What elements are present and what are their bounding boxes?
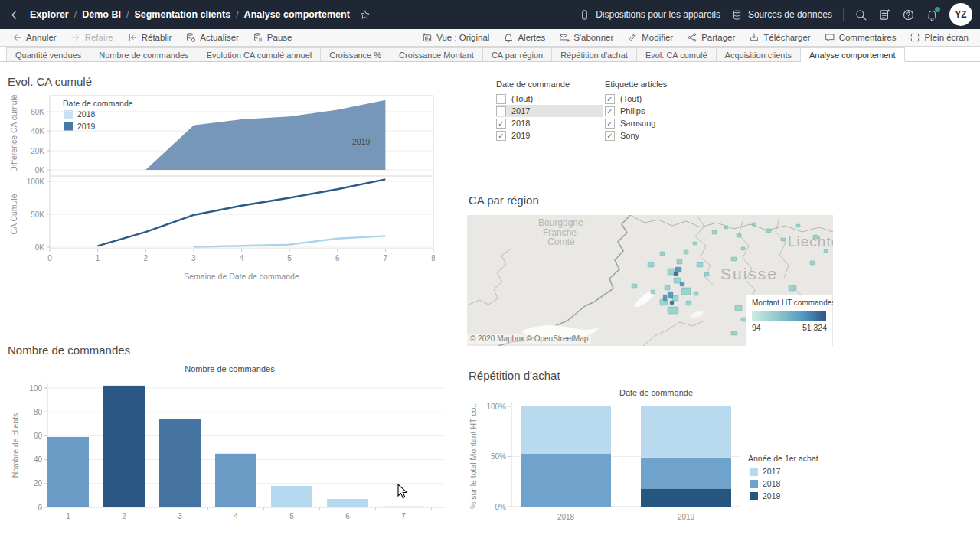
map-region-mark[interactable] [684, 250, 688, 254]
filter-option-sony[interactable]: ✓Sony [605, 129, 712, 142]
map-region-mark[interactable] [694, 292, 698, 295]
map-region-mark[interactable] [668, 292, 673, 298]
stack-2019-cohort-2019[interactable] [641, 488, 731, 507]
map-region-mark[interactable] [670, 301, 674, 305]
bar-commandes-6[interactable] [327, 499, 368, 507]
line-2018-cumul[interactable] [194, 236, 386, 246]
map-region-mark[interactable] [824, 249, 828, 253]
map-region-mark[interactable] [789, 285, 796, 291]
dispositions-pour-les-appareils-button[interactable]: Dispositions pour les appareils [579, 9, 720, 21]
checkbox-unchecked[interactable] [496, 106, 506, 116]
user-avatar[interactable]: YZ [949, 3, 972, 26]
toolbar-r-tablir-button[interactable]: Rétablir [120, 29, 179, 46]
map-region-mark[interactable] [693, 242, 697, 245]
toolbar-actualiser-button[interactable]: Actualiser [178, 29, 246, 46]
map-region-mark[interactable] [681, 288, 691, 295]
filter-option-samsung[interactable]: ✓Samsung [605, 117, 712, 129]
legend-swatch-2019[interactable] [64, 122, 73, 131]
breadcrumb-item-d-mo-bi[interactable]: Démo BI [82, 9, 121, 20]
filter-option-2019[interactable]: ✓2019 [496, 129, 603, 142]
toolbar-vue-original-button[interactable]: Vue : Original [415, 29, 496, 46]
breadcrumb-item-explorer[interactable]: Explorer [30, 9, 69, 20]
checkbox-checked[interactable]: ✓ [605, 106, 615, 116]
help-icon[interactable] [902, 8, 915, 21]
line-2019-cumul[interactable] [98, 179, 386, 246]
legend-label[interactable]: 2018 [763, 479, 781, 488]
toolbar-alertes-button[interactable]: Alertes [496, 29, 552, 46]
tab-r-p-tition-d-achat[interactable]: Répétition d'achat [552, 47, 637, 61]
map-region-mark[interactable] [781, 238, 786, 241]
toolbar-annuler-button[interactable]: Annuler [5, 29, 64, 46]
my-content-icon[interactable] [878, 8, 891, 21]
checkbox-checked[interactable]: ✓ [605, 94, 615, 104]
map-region-mark[interactable] [651, 290, 655, 294]
map-region-mark[interactable] [741, 247, 745, 250]
map-region-mark[interactable] [697, 262, 703, 267]
map-region-mark[interactable] [677, 259, 682, 264]
toolbar-t-l-charger-button[interactable]: Télécharger [742, 29, 817, 46]
map-region-mark[interactable] [674, 272, 678, 276]
map-region-mark[interactable] [704, 272, 709, 276]
bar-commandes-1[interactable] [47, 437, 89, 507]
map-region-mark[interactable] [663, 295, 667, 301]
toolbar-plein-cran-button[interactable]: Plein écran [903, 29, 975, 46]
map-region-mark[interactable] [741, 318, 746, 321]
map-region-mark[interactable] [737, 233, 741, 237]
filter-option-tout[interactable]: ✓(Tout) [605, 93, 712, 105]
toolbar-partager-button[interactable]: Partager [680, 29, 742, 46]
legend-label[interactable]: 2019 [763, 491, 781, 500]
map-region-mark[interactable] [731, 331, 737, 335]
toolbar-modifier-button[interactable]: Modifier [620, 29, 680, 46]
stack-2018-cohort-2017[interactable] [521, 406, 611, 454]
area-2019-difference[interactable] [145, 100, 385, 170]
legend-swatch-2017[interactable] [750, 468, 758, 476]
map-region-mark[interactable] [674, 278, 681, 283]
toolbar-commentaires-button[interactable]: Commentaires [818, 29, 903, 46]
tab-ca-par-r-gion[interactable]: CA par région [483, 47, 552, 61]
stack-2018-cohort-2018[interactable] [521, 454, 611, 507]
map-region-mark[interactable] [680, 282, 684, 286]
map-region-mark[interactable] [735, 305, 742, 311]
tab-analyse-comportement[interactable]: Analyse comportement [801, 47, 905, 62]
legend-label[interactable]: 2019 [77, 122, 96, 131]
evol-ca-cumule-chart[interactable]: Date de commande201820190K20K40K60K0K50K… [6, 94, 435, 287]
tab-evolution-ca-cumul-annuel[interactable]: Evolution CA cumulé annuel [198, 47, 322, 61]
breadcrumb-item-segmentation-clients[interactable]: Segmentation clients [134, 9, 230, 20]
bar-commandes-7[interactable] [383, 506, 424, 507]
tab-evol-ca-cumul-[interactable]: Evol. CA cumulé [637, 47, 717, 61]
search-icon[interactable] [854, 8, 867, 21]
map-region-mark[interactable] [686, 301, 691, 305]
tab-quantit-vendues[interactable]: Quantité vendues [6, 47, 90, 61]
filter-option-2017[interactable]: 2017 [496, 105, 603, 117]
map-region-mark[interactable] [632, 284, 637, 288]
tab-croissance-[interactable]: Croissance % [321, 47, 390, 61]
bar-commandes-4[interactable] [215, 454, 256, 507]
stack-2019-cohort-2018[interactable] [641, 458, 731, 489]
map-region-mark[interactable] [660, 252, 665, 256]
map-region-mark[interactable] [668, 307, 678, 314]
map-region-mark[interactable] [766, 229, 771, 233]
checkbox-checked[interactable]: ✓ [496, 131, 506, 141]
repetition-achat-chart[interactable]: Date de commande0%50%100%20182019% sur l… [469, 386, 851, 533]
map-region-mark[interactable] [731, 257, 737, 261]
toolbar-s-abonner-button[interactable]: S'abonner [552, 29, 620, 46]
tab-croissance-montant[interactable]: Croissance Montant [390, 47, 483, 61]
map-region-mark[interactable] [712, 230, 717, 234]
tab-nombre-de-commandes[interactable]: Nombre de commandes [90, 47, 198, 61]
stack-2019-cohort-2017[interactable] [641, 406, 731, 458]
map-region-mark[interactable] [813, 235, 818, 239]
map-region-mark[interactable] [810, 261, 815, 265]
sources-de-donn-es-button[interactable]: Sources de données [731, 9, 832, 21]
bar-commandes-3[interactable] [159, 419, 201, 507]
checkbox-checked[interactable]: ✓ [496, 119, 506, 129]
map-region-mark[interactable] [752, 223, 756, 226]
filter-option-tout[interactable]: (Tout) [496, 93, 603, 105]
legend-swatch-2019[interactable] [750, 492, 758, 500]
ca-par-region-map[interactable]: Bourgogne- Franche- Comté Suisse Liechte… [467, 215, 833, 346]
legend-label[interactable]: 2017 [763, 467, 781, 476]
checkbox-checked[interactable]: ✓ [605, 119, 615, 129]
legend-swatch-2018[interactable] [750, 480, 758, 488]
map-region-mark[interactable] [648, 262, 654, 267]
breadcrumb-item-analyse-comportement[interactable]: Analyse comportement [244, 9, 350, 20]
filter-option-philips[interactable]: ✓Philips [605, 105, 712, 117]
